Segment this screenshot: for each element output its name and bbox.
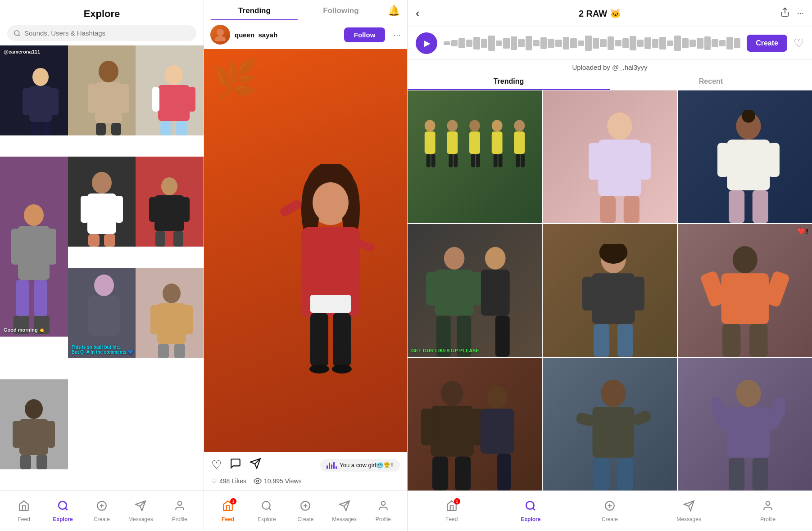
svg-rect-24 (16, 280, 29, 316)
grid-cell-8[interactable] (136, 268, 204, 358)
search-input[interactable] (24, 29, 190, 37)
sound-cell-6[interactable]: ❤️‼️ (678, 224, 812, 357)
svg-rect-114 (624, 196, 640, 223)
more-options-button[interactable]: ··· (393, 30, 401, 40)
svg-rect-9 (95, 82, 122, 123)
like-button[interactable]: ♡ (211, 458, 222, 472)
svg-point-109 (608, 112, 632, 140)
person-figure-8 (149, 282, 194, 358)
feed-nav-create[interactable]: Create (292, 500, 319, 522)
sound-pill[interactable]: You a cow girl🥶😤!! (320, 459, 400, 472)
more-options-icon[interactable]: ··· (797, 9, 804, 18)
svg-rect-149 (455, 457, 471, 490)
svg-rect-53 (36, 455, 47, 469)
svg-rect-111 (589, 143, 600, 180)
sound-create-icon (604, 500, 616, 514)
grid-cell-9[interactable] (0, 379, 68, 469)
grid-cell-7[interactable]: This is so bad! but idc..But Q+A in the … (68, 268, 136, 358)
feed-nav-explore[interactable]: Explore (253, 500, 280, 522)
svg-rect-29 (87, 194, 116, 234)
search-icon (14, 30, 21, 37)
sound-grid: GET OUR LIKES UP PLEASE (408, 90, 812, 490)
sound-overlay-6: ❤️‼️ (798, 228, 808, 235)
grid-cell-5[interactable] (68, 157, 136, 247)
create-button[interactable]: Create (747, 35, 787, 52)
comment-button[interactable] (230, 458, 241, 472)
sound-tab-trending[interactable]: Trending (408, 73, 610, 90)
sound-nav-feed-label: Feed (445, 516, 458, 522)
nav-profile[interactable]: Profile (166, 500, 193, 522)
svg-rect-98 (469, 131, 480, 154)
sound-cell-2[interactable] (543, 90, 677, 223)
views-count: 10,995 Views (264, 477, 302, 485)
sound-explore-icon (525, 500, 536, 514)
svg-rect-17 (188, 87, 195, 112)
nav-profile-label: Profile (172, 516, 187, 522)
favorite-button[interactable]: ♡ (794, 36, 804, 50)
svg-rect-11 (121, 84, 129, 113)
sound-nav-profile[interactable]: Profile (754, 500, 781, 522)
explore-panel: Explore @camerona111 (0, 0, 204, 531)
svg-rect-125 (472, 272, 482, 306)
back-button[interactable]: ‹ (416, 6, 420, 20)
notification-bell[interactable]: 🔔 (388, 5, 400, 17)
svg-point-28 (92, 172, 112, 194)
feed-nav-messages[interactable]: Messages (331, 500, 358, 522)
sound-cell-3[interactable] (678, 90, 812, 223)
svg-rect-36 (149, 197, 156, 222)
sound-cell-5[interactable] (543, 224, 677, 357)
svg-rect-21 (18, 226, 50, 280)
search-bar[interactable] (7, 25, 196, 41)
svg-point-14 (165, 65, 183, 85)
sound-overlay-4: GET OUR LIKES UP PLEASE (411, 348, 479, 353)
svg-point-128 (485, 247, 506, 270)
share-icon[interactable] (780, 7, 790, 20)
sound-nav-messages-label: Messages (676, 516, 701, 522)
svg-rect-99 (471, 153, 475, 167)
sound-cell-9[interactable] (678, 358, 812, 490)
feed-bottom-nav: 1 Feed Explore Create Messages (204, 490, 407, 531)
person-figure-7 (79, 273, 129, 336)
sound-nav-explore-label: Explore (521, 516, 540, 522)
svg-rect-41 (88, 296, 120, 336)
nav-explore[interactable]: Explore (50, 500, 77, 522)
grid-cell-4[interactable]: Good morning 🤙 (0, 157, 68, 337)
share-button[interactable] (249, 458, 261, 472)
sound-figure-7 (414, 378, 535, 490)
svg-rect-23 (48, 229, 56, 265)
sound-player: ▶ Create ♡ (408, 27, 812, 60)
svg-rect-148 (432, 457, 448, 490)
sound-cell-8[interactable] (543, 358, 677, 490)
sound-nav-feed[interactable]: 1 Feed (438, 500, 465, 522)
feed-nav-profile[interactable]: Profile (370, 500, 397, 522)
nav-messages[interactable]: Messages (127, 500, 154, 522)
tab-following[interactable]: Following (298, 6, 384, 20)
sound-cell-7[interactable] (408, 358, 542, 490)
sound-nav-messages[interactable]: Messages (676, 500, 703, 522)
feed-video[interactable]: 🌿 (204, 49, 407, 452)
sound-figure-1 (408, 104, 542, 224)
grid-cell-1[interactable]: @camerona111 (0, 45, 68, 135)
sound-nav-create[interactable]: Create (596, 500, 623, 522)
follow-button[interactable]: Follow (344, 27, 386, 42)
grid-cell-2[interactable] (68, 45, 136, 135)
svg-rect-130 (495, 316, 510, 357)
svg-rect-95 (449, 153, 453, 167)
svg-point-138 (732, 246, 757, 273)
sound-bars-icon (327, 462, 337, 469)
grid-cell-3[interactable] (136, 45, 204, 135)
play-button[interactable]: ▶ (416, 32, 437, 54)
grid-cell-6[interactable] (136, 157, 204, 247)
nav-create[interactable]: Create (88, 500, 115, 522)
sound-cell-1[interactable] (408, 90, 542, 223)
nav-feed[interactable]: Feed (10, 500, 37, 522)
sound-figure-4 (421, 244, 528, 357)
nav-explore-label: Explore (53, 516, 73, 522)
sound-nav-explore[interactable]: Explore (517, 500, 544, 522)
tab-trending[interactable]: Trending (211, 6, 298, 20)
sound-tab-recent[interactable]: Recent (610, 73, 812, 90)
svg-rect-25 (34, 280, 47, 316)
feed-nav-feed[interactable]: 1 Feed (214, 500, 241, 522)
sound-cell-4[interactable]: GET OUR LIKES UP PLEASE (408, 224, 542, 357)
svg-point-150 (487, 386, 508, 409)
